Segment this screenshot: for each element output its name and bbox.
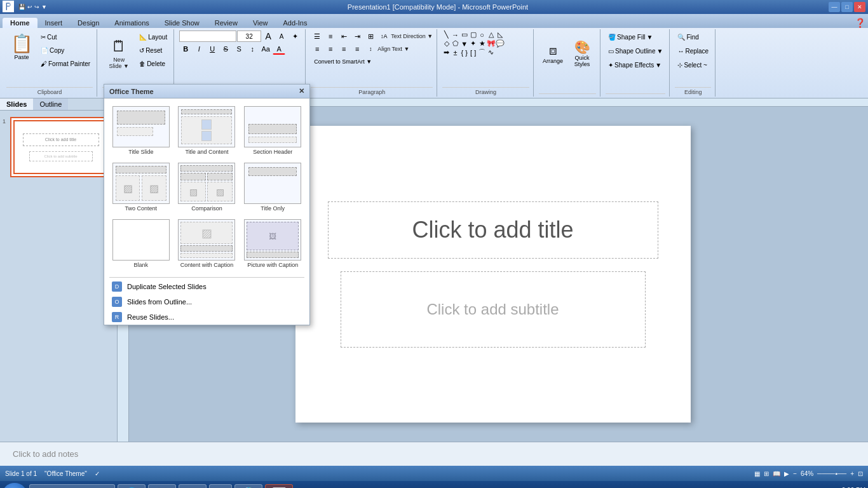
reading-view-icon[interactable]: 📖 xyxy=(773,470,780,477)
taskbar-ppt-button[interactable]: 📊 xyxy=(265,484,293,488)
minimize-button[interactable]: — xyxy=(829,2,840,12)
taskbar-chrome-button[interactable]: 🌍 xyxy=(234,484,262,488)
tab-home[interactable]: Home xyxy=(3,18,37,28)
quick-styles-button[interactable]: 🎨 QuickStyles xyxy=(568,30,596,76)
slides-from-outline-item[interactable]: O Slides from Outline... xyxy=(104,294,309,309)
font-size-input[interactable] xyxy=(237,30,261,42)
decrease-font-size-button[interactable]: A xyxy=(275,30,288,42)
quick-access-toolbar[interactable]: 🅿 💾 ↩ ↪ ▼ xyxy=(3,1,47,14)
align-left-button[interactable]: ≡ xyxy=(311,43,323,55)
normal-view-icon[interactable]: ▦ xyxy=(754,470,760,477)
decrease-indent-button[interactable]: ⇤ xyxy=(337,30,350,42)
shape-rt-triangle[interactable]: ◺ xyxy=(496,30,504,39)
shape-triangle[interactable]: △ xyxy=(487,30,495,39)
shape-arrow[interactable]: → xyxy=(451,30,459,39)
tab-addins[interactable]: Add-Ins xyxy=(276,18,315,28)
paste-button[interactable]: 📋 Paste xyxy=(6,30,37,76)
reuse-slides-item[interactable]: R Reuse Slides... xyxy=(104,309,309,325)
underline-button[interactable]: U xyxy=(206,43,219,55)
format-painter-button[interactable]: 🖌 Format Painter xyxy=(38,57,93,70)
shape-effects-arrow[interactable]: ▼ xyxy=(655,62,661,69)
spacing-button[interactable]: ↕ xyxy=(246,43,259,55)
zoom-slider[interactable]: ────▪── xyxy=(817,470,846,477)
tab-insert[interactable]: Insert xyxy=(37,18,71,28)
slideshow-icon[interactable]: ▶ xyxy=(784,470,789,477)
start-button[interactable]: ⊞ xyxy=(3,483,27,488)
bullet-list-button[interactable]: ☰ xyxy=(311,30,323,42)
delete-button[interactable]: 🗑 Delete xyxy=(137,57,170,70)
shape-arc[interactable]: ⌒ xyxy=(478,48,486,57)
new-slide-button[interactable]: 🗒 NewSlide ▼ xyxy=(102,30,135,76)
taskbar-folder-button[interactable]: 📁 xyxy=(179,484,207,488)
slide-subtitle-text[interactable]: Click to add subtitle xyxy=(426,301,559,318)
cut-button[interactable]: ✂ Cut xyxy=(38,30,93,43)
italic-button[interactable]: I xyxy=(193,43,205,55)
slide-subtitle-box[interactable]: Click to add subtitle xyxy=(341,271,646,348)
outline-tab[interactable]: Outline xyxy=(33,98,68,110)
clear-formatting-button[interactable]: ✦ xyxy=(288,30,301,42)
columns-button[interactable]: ⊞ xyxy=(364,30,377,42)
find-button[interactable]: 🔍 Find xyxy=(675,30,701,43)
fit-to-window-icon[interactable]: ⊡ xyxy=(858,470,863,477)
slides-tab[interactable]: Slides xyxy=(0,98,33,110)
shape-wave[interactable]: ∿ xyxy=(487,48,495,57)
strikethrough-button[interactable]: S xyxy=(219,43,232,55)
layout-blank[interactable]: Blank xyxy=(109,217,173,271)
shape-rect[interactable]: ▭ xyxy=(460,30,468,39)
align-center-button[interactable]: ≡ xyxy=(324,43,337,55)
save-icon[interactable]: 💾 xyxy=(18,4,25,10)
replace-button[interactable]: ↔ Replace xyxy=(675,44,711,57)
shape-diamond[interactable]: ◇ xyxy=(442,39,451,48)
font-color-button[interactable]: A xyxy=(273,43,285,55)
numbered-list-button[interactable]: ≡ xyxy=(324,30,337,42)
reset-button[interactable]: ↺ Reset xyxy=(137,44,170,57)
justify-button[interactable]: ≡ xyxy=(351,43,363,55)
increase-indent-button[interactable]: ⇥ xyxy=(351,30,363,42)
maximize-button[interactable]: □ xyxy=(841,2,853,12)
shape-fill-arrow[interactable]: ▼ xyxy=(647,34,653,41)
undo-icon[interactable]: ↩ xyxy=(27,4,32,10)
layout-two-content[interactable]: ▨ ▨ Two Content xyxy=(109,160,173,214)
slide-thumbnail[interactable]: Click to add title Click to add subtitle xyxy=(10,117,112,177)
notes-bar[interactable]: Click to add notes xyxy=(0,442,868,466)
shape-rounded-rect[interactable]: ▢ xyxy=(469,30,477,39)
shape-fill-button[interactable]: 🪣 Shape Fill ▼ xyxy=(606,30,655,43)
zoom-out-icon[interactable]: − xyxy=(793,470,797,477)
layout-button[interactable]: 📐 Layout xyxy=(137,30,170,43)
slide-title-box[interactable]: Click to add title xyxy=(328,201,658,259)
zoom-in-icon[interactable]: + xyxy=(850,470,854,477)
shape-star4[interactable]: ✦ xyxy=(469,39,477,48)
shape-callout[interactable]: 💬 xyxy=(496,39,504,48)
tab-design[interactable]: Design xyxy=(70,18,107,28)
redo-icon[interactable]: ↪ xyxy=(34,4,39,10)
app-logo-icon[interactable]: 🅿 xyxy=(3,1,14,14)
shape-math[interactable]: ± xyxy=(451,48,459,57)
bold-button[interactable]: B xyxy=(179,43,192,55)
arrange-button[interactable]: ⧈ Arrange xyxy=(539,30,567,76)
shape-ribbon[interactable]: 🎀 xyxy=(487,39,495,48)
slide-title-text[interactable]: Click to add title xyxy=(412,217,573,243)
shape-bracket2[interactable]: [ ] xyxy=(469,48,477,57)
layout-title-slide[interactable]: Title Slide xyxy=(109,104,173,158)
taskbar-app-button[interactable]: 🅿 Presentation1 - Micros... xyxy=(29,484,115,488)
dropdown-close-icon[interactable]: ✕ xyxy=(299,87,304,95)
align-text-button[interactable]: ↕ xyxy=(364,43,377,55)
shape-circle[interactable]: ○ xyxy=(478,30,486,39)
dropdown-arrow-icon[interactable]: ▼ xyxy=(41,4,47,10)
change-case-button[interactable]: Aa xyxy=(259,43,272,55)
taskbar-firefox-button[interactable]: 🦊 xyxy=(148,484,176,488)
layout-title-content[interactable]: Title and Content xyxy=(175,104,239,158)
shape-line[interactable]: ╲ xyxy=(442,30,451,39)
font-name-input[interactable] xyxy=(179,30,236,42)
layout-section-header[interactable]: Section Header xyxy=(241,104,304,158)
shape-brackets[interactable]: { } xyxy=(460,48,468,57)
select-button[interactable]: ⊹ Select ~ xyxy=(675,58,709,71)
slide-canvas[interactable]: Click to add title Click to add subtitle xyxy=(295,126,691,423)
align-right-button[interactable]: ≡ xyxy=(337,43,350,55)
help-icon[interactable]: ❓ xyxy=(855,18,865,28)
layout-content-caption[interactable]: ▨ Content with Caption xyxy=(175,217,239,271)
shape-pentagon[interactable]: ⬠ xyxy=(451,39,459,48)
layout-comparison[interactable]: ▨ ▨ Comparison xyxy=(175,160,239,214)
window-controls[interactable]: — □ ✕ xyxy=(829,2,865,12)
increase-font-size-button[interactable]: A xyxy=(262,30,275,42)
